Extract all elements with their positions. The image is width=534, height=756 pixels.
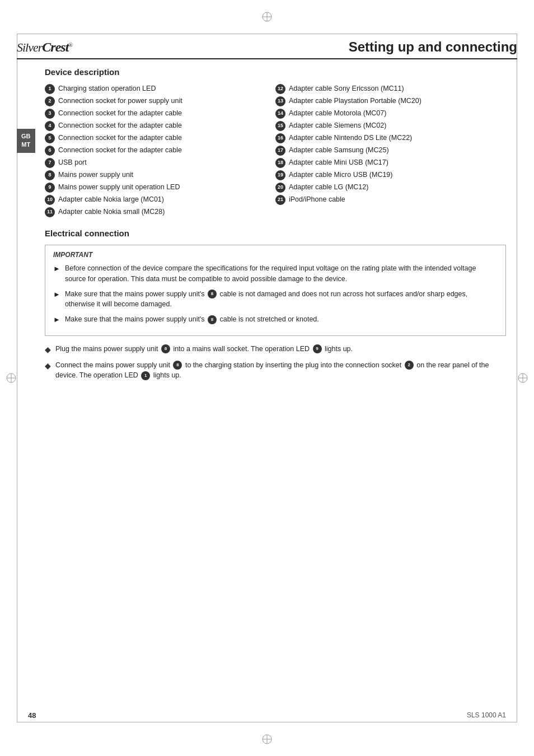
item-text: Connection socket for the adapter cable — [58, 133, 182, 143]
list-item: 14Adapter cable Motorola (MC07) — [275, 108, 506, 119]
list-item: 21iPod/iPhone cable — [275, 194, 506, 205]
item-number: 8 — [45, 170, 55, 180]
item-text: iPod/iPhone cable — [289, 194, 345, 205]
item-text: Charging station operation LED — [58, 83, 156, 94]
list-item: 13Adapter cable Playstation Portable (MC… — [275, 96, 506, 106]
diamond-bullet: ◆ — [45, 360, 51, 372]
device-description-title: Device description — [45, 67, 506, 77]
list-item: 7USB port — [45, 157, 275, 168]
arrow-bullet: ► — [53, 289, 60, 300]
item-number: 3 — [45, 109, 55, 119]
warning-text: Make sure that the mains power supply un… — [65, 314, 319, 325]
reg-mark-top — [261, 11, 273, 22]
important-label: IMPORTANT — [53, 251, 498, 259]
inline-num-1: 1 — [141, 371, 150, 380]
item-number: 16 — [275, 133, 285, 143]
inline-num-8d: 8 — [173, 361, 182, 370]
item-number: 5 — [45, 133, 55, 143]
list-item: 8Mains power supply unit — [45, 170, 275, 180]
inline-num-8: 8 — [208, 290, 217, 298]
reg-mark-right — [517, 372, 528, 384]
page-number: 48 — [28, 711, 36, 720]
item-text: Connection socket for the adapter cable — [58, 145, 182, 156]
reg-mark-bottom — [261, 734, 273, 745]
warning-item: ►Make sure that the mains power supply u… — [53, 289, 498, 310]
arrow-bullet: ► — [53, 314, 60, 325]
warning-item: ►Make sure that the mains power supply u… — [53, 314, 498, 325]
brand-sup: ® — [68, 41, 72, 48]
instruction-item: ◆Plug the mains power supply unit 8 into… — [45, 344, 506, 356]
item-number: 1 — [45, 84, 55, 94]
item-number: 7 — [45, 158, 55, 168]
item-text: Adapter cable Playstation Portable (MC20… — [289, 96, 421, 106]
item-number: 14 — [275, 109, 285, 119]
item-number: 4 — [45, 121, 55, 131]
item-text: Connection socket for power supply unit — [58, 96, 182, 106]
main-content: Device description 1Charging station ope… — [45, 67, 506, 385]
item-text: Adapter cable Siemens (MC02) — [289, 120, 386, 131]
item-text: Connection socket for the adapter cable — [58, 108, 182, 119]
warning-item: ►Before connection of the device compare… — [53, 263, 498, 284]
item-text: Mains power supply unit operation LED — [58, 182, 180, 193]
instruction-item: ◆Connect the mains power supply unit 8 t… — [45, 360, 506, 381]
list-item: 4Connection socket for the adapter cable — [45, 120, 275, 131]
list-item: 5Connection socket for the adapter cable — [45, 133, 275, 143]
item-text: Adapter cable Nokia small (MC28) — [58, 207, 165, 217]
item-number: 6 — [45, 146, 55, 156]
brand-crest: Crest — [42, 40, 68, 54]
item-number: 9 — [45, 183, 55, 193]
inline-num-9: 9 — [313, 344, 322, 353]
item-number: 21 — [275, 195, 285, 205]
item-text: Adapter cable Micro USB (MC19) — [289, 170, 392, 180]
item-number: 17 — [275, 146, 285, 156]
brand-logo: SilverCrest® — [17, 40, 83, 55]
page-footer: 48 SLS 1000 A1 — [28, 711, 506, 720]
item-text: Adapter cable LG (MC12) — [289, 182, 368, 193]
item-text: Adapter cable Mini USB (MC17) — [289, 157, 388, 168]
item-number: 10 — [45, 195, 55, 205]
list-item: 19Adapter cable Micro USB (MC19) — [275, 170, 506, 180]
item-number: 19 — [275, 170, 285, 180]
reg-mark-left — [6, 372, 17, 384]
brand-silver: Silver — [17, 40, 42, 54]
arrow-bullet: ► — [53, 263, 60, 274]
list-item: 17Adapter cable Samsung (MC25) — [275, 145, 506, 156]
inline-num-8b: 8 — [208, 315, 217, 324]
instruction-list: ◆Plug the mains power supply unit 8 into… — [45, 344, 506, 381]
page-border-right — [517, 34, 517, 722]
list-item: 12Adapter cable Sony Ericsson (MC11) — [275, 83, 506, 94]
item-text: Connection socket for the adapter cable — [58, 120, 182, 131]
list-item: 11Adapter cable Nokia small (MC28) — [45, 207, 275, 217]
list-item: 18Adapter cable Mini USB (MC17) — [275, 157, 506, 168]
warning-list: ►Before connection of the device compare… — [53, 263, 498, 325]
list-item: 6Connection socket for the adapter cable — [45, 145, 275, 156]
item-text: Adapter cable Samsung (MC25) — [289, 145, 389, 156]
item-number: 11 — [45, 207, 55, 217]
item-text: Mains power supply unit — [58, 170, 133, 180]
list-item: 3Connection socket for the adapter cable — [45, 108, 275, 119]
item-number: 12 — [275, 84, 285, 94]
page-border-bottom — [17, 722, 517, 722]
list-item: 9Mains power supply unit operation LED — [45, 182, 275, 193]
list-item: 10Adapter cable Nokia large (MC01) — [45, 194, 275, 205]
item-text: USB port — [58, 157, 87, 168]
important-box: IMPORTANT ►Before connection of the devi… — [45, 245, 506, 336]
device-list-right: 12Adapter cable Sony Ericsson (MC11)13Ad… — [275, 83, 506, 217]
list-item: 15Adapter cable Siemens (MC02) — [275, 120, 506, 131]
diamond-bullet: ◆ — [45, 344, 51, 356]
lang-gb: GB — [21, 132, 31, 141]
inline-num-2: 2 — [405, 361, 414, 370]
list-item: 20Adapter cable LG (MC12) — [275, 182, 506, 193]
item-text: Adapter cable Motorola (MC07) — [289, 108, 386, 119]
lang-mt: MT — [21, 141, 31, 149]
list-item: 2Connection socket for power supply unit — [45, 96, 275, 106]
page-border-top — [17, 34, 517, 34]
device-list-left: 1Charging station operation LED2Connecti… — [45, 83, 275, 217]
item-number: 13 — [275, 96, 285, 106]
page-header: SilverCrest® Setting up and connecting — [17, 39, 517, 59]
item-number: 18 — [275, 158, 285, 168]
list-item: 16Adapter cable Nintendo DS Lite (MC22) — [275, 133, 506, 143]
warning-text: Make sure that the mains power supply un… — [65, 289, 498, 310]
page-title: Setting up and connecting — [83, 39, 517, 55]
item-text: Adapter cable Nintendo DS Lite (MC22) — [289, 133, 412, 143]
